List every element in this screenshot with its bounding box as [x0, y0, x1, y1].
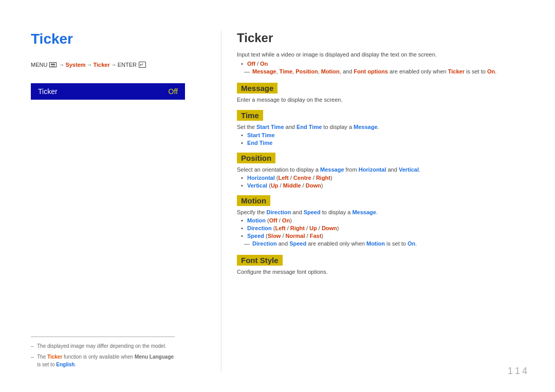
section-heading-message: Message: [237, 83, 278, 94]
position-bullet-vertical: Vertical (Up / Middle / Down): [247, 182, 529, 189]
section-message: Message Enter a message to display on th…: [237, 78, 529, 103]
motion-bullet-direction: Direction (Left / Right / Up / Down): [247, 225, 529, 231]
time-bullet-start: Start Time: [247, 132, 529, 138]
panel-divider: [221, 31, 221, 371]
time-bullet-end: End Time: [247, 140, 529, 146]
menu-path: MENU → System → Ticker → ENTER: [31, 62, 185, 68]
intro-sub-note: Message, Time, Position, Motion, and Fon…: [252, 68, 529, 74]
ticker-menu-label: Ticker: [94, 62, 110, 68]
menu-label: MENU: [31, 62, 47, 68]
motion-sub-note: Direction and Speed are enabled only whe…: [252, 240, 529, 247]
ticker-bar-value: Off: [169, 87, 178, 96]
menu-icon: [49, 62, 57, 67]
footer-note-2: The Ticker function is only available wh…: [31, 353, 175, 368]
section-text-position: Select an orientation to display a Messa…: [237, 166, 529, 173]
section-heading-font-style: Font Style: [237, 255, 283, 266]
section-text-font-style: Configure the message font options.: [237, 269, 529, 275]
ticker-bar: Ticker Off: [31, 83, 185, 100]
intro-bullet-off-on: Off / On: [247, 61, 529, 67]
section-text-message: Enter a message to display on the screen…: [237, 97, 529, 103]
section-text-motion: Specify the Direction and Speed to displ…: [237, 209, 529, 215]
position-bullet-horizontal: Horizontal (Left / Centre / Right): [247, 175, 529, 181]
footer-note-1: The displayed image may differ depending…: [31, 342, 175, 350]
section-time: Time Set the Start Time and End Time to …: [237, 105, 529, 146]
section-heading-time: Time: [237, 110, 263, 121]
section-heading-motion: Motion: [237, 195, 270, 206]
section-text-time: Set the Start Time and End Time to displ…: [237, 124, 529, 130]
arrow1: →: [59, 62, 64, 68]
motion-bullet-motion: Motion (Off / On): [247, 217, 529, 223]
right-panel: Ticker Input text while a video or image…: [237, 31, 529, 371]
footer-divider: [31, 337, 175, 337]
intro-text: Input text while a video or image is dis…: [237, 51, 529, 58]
section-font-style: Font Style Configure the message font op…: [237, 250, 529, 275]
section-motion: Motion Specify the Direction and Speed t…: [237, 190, 529, 247]
page-number: 114: [508, 366, 529, 377]
arrow2: →: [87, 62, 92, 68]
right-title: Ticker: [237, 31, 529, 45]
left-title: Ticker: [31, 31, 185, 47]
system-label: System: [65, 62, 85, 68]
enter-label: ENTER: [118, 62, 137, 68]
left-panel: Ticker MENU → System → Ticker → ENTER Ti…: [31, 31, 206, 371]
ticker-bar-label: Ticker: [38, 87, 58, 96]
enter-icon: [139, 62, 146, 68]
section-position: Position Select an orientation to displa…: [237, 147, 529, 189]
section-heading-position: Position: [237, 153, 275, 163]
motion-bullet-speed: Speed (Slow / Normal / Fast): [247, 233, 529, 239]
left-footer: The displayed image may differ depending…: [31, 337, 175, 371]
arrow3: →: [111, 62, 117, 68]
